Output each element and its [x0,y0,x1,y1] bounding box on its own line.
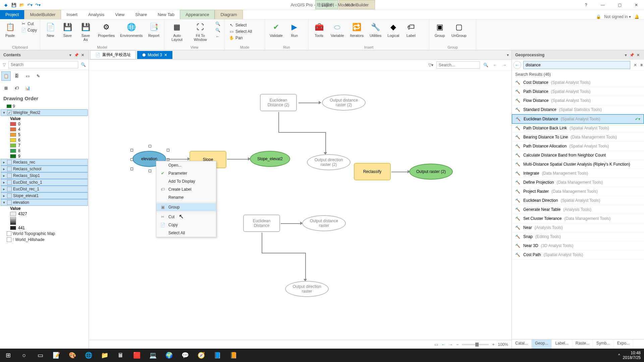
insert-tab[interactable]: Insert [61,10,83,19]
view-tab[interactable]: View [110,10,130,19]
taskbar-app[interactable]: 🖩 [113,349,129,362]
layer-row[interactable]: ▸EucDist_scho_1 [1,179,88,186]
utilities-button[interactable]: 🔧Utilities [368,21,383,38]
properties-button[interactable]: ⚙Properties [96,21,116,38]
taskbar-app[interactable]: 🎨 [64,349,80,362]
doc-tab-2[interactable]: ⬢Model 3✕ [137,51,172,59]
taskbar-app[interactable]: 📘 [209,349,225,362]
group-button[interactable]: ▣Group [432,21,447,38]
panel-close-icon[interactable]: ✕ [80,52,85,58]
redo-icon[interactable]: ↷▾ [35,2,41,8]
share-tab[interactable]: Share [130,10,152,19]
label-button[interactable]: 🏷Label [403,21,419,38]
menu-icon[interactable]: ≡ [640,63,643,67]
list-by-selection-button[interactable]: ▭ [23,71,32,81]
selectall-mode-button[interactable]: ▭Select All [227,28,262,35]
panel-pin-icon[interactable]: 📌 [629,52,635,58]
select-mode-button[interactable]: ↖Select [227,22,262,28]
logical-button[interactable]: ◆Logical [385,21,401,38]
diagram-tab[interactable]: Diagram [215,10,243,19]
search-button[interactable]: ○ [16,349,32,362]
undo-icon[interactable]: ↶▾ [27,2,33,8]
zoom-prev-button[interactable]: ← [214,34,222,40]
panel-menu-icon[interactable]: ▾ [68,52,73,58]
saveas-button[interactable]: 💾Save As [77,21,94,42]
panel-pin-icon[interactable]: 📌 [74,52,79,58]
node-reclassify[interactable]: Reclassify [354,163,391,180]
fitwindow-button[interactable]: ⛶Fit To Window [189,21,212,42]
ctx-create-label[interactable]: 🏷Create Label [156,185,216,193]
list-by-source-button[interactable]: 🗄 [12,71,21,81]
ctx-cut[interactable]: ✂Cut [156,213,216,221]
tool-result-item[interactable]: 🔨Euclidean Direction (Spatial Analyst To… [512,196,644,205]
paste-button[interactable]: 📋Paste [3,21,17,38]
ctx-add-to-display[interactable]: Add To Display [156,177,216,185]
panel-options-icon[interactable]: ▾ [623,52,629,58]
node-slope-elevat2[interactable]: Slope_elevat2 [250,151,290,167]
panel-close-icon[interactable]: ✕ [635,52,641,58]
tool-result-item[interactable]: 🔨Standard Distance (Spatial Statistics T… [512,105,644,114]
search-icon[interactable]: 🔍 [79,61,87,68]
zoom-out-button[interactable]: 🔍 [214,27,222,33]
save-icon[interactable]: 💾 [11,2,17,8]
tab-export[interactable]: Expo... [614,340,633,349]
modelbuilder-tab[interactable]: ModelBuilder [24,10,61,19]
new-tab[interactable]: New Tab [152,10,180,19]
save-button[interactable]: 💾Save [60,21,75,38]
node-output-direction[interactable]: Output direction raster [285,281,329,297]
nav-forward-icon[interactable]: → [449,342,453,347]
run-button[interactable]: ▶Run [287,21,302,38]
tool-result-item[interactable]: 🔨Path Distance Allocation (Spatial Analy… [512,142,644,151]
bell-icon[interactable]: 🔔 [634,14,639,19]
tabs-dropdown-icon[interactable]: ▾ [504,53,512,57]
tool-result-item[interactable]: 🔨Project Raster (Data Management Tools) [512,187,644,196]
tool-result-item[interactable]: 🔨Near 3D (3D Analyst Tools) [512,241,644,250]
list-by-labeling-button[interactable]: 🏷 [12,83,21,93]
nav-back-icon[interactable]: ← [441,342,445,347]
zoom-level[interactable]: 100% [498,342,508,347]
tool-result-item[interactable]: 🔨Snap (Editing Tools) [512,232,644,241]
ungroup-button[interactable]: ▢UnGroup [449,21,469,38]
geoprocessing-search-input[interactable] [523,61,630,69]
tool-result-item[interactable]: 🔨Define Projection (Data Management Tool… [512,178,644,187]
list-by-drawing-order-button[interactable]: 📋 [1,71,11,81]
tab-geoprocessing[interactable]: Geop... [532,340,552,349]
node-output-direction-2[interactable]: Output direction raster (2) [307,154,351,170]
canvas-search-input[interactable] [436,61,480,69]
back-icon[interactable]: ← [513,61,521,69]
tool-result-item[interactable]: 🔨Near (Analysis Tools) [512,223,644,232]
variable-button[interactable]: ⬭Variable [329,21,346,38]
contents-tree[interactable]: 9 ▾✓Weighte_Recl2 Value 0456789 ▸Reclass… [0,103,89,349]
filter-icon[interactable]: ▽▾ [427,61,434,69]
taskbar-app[interactable]: 📁 [97,349,113,362]
nav-forward-icon[interactable]: → [501,61,508,69]
taskview-button[interactable]: ▭ [32,349,48,362]
layer-row[interactable]: ▸Reclass_school [1,166,88,172]
taskbar-app[interactable]: 📝 [48,349,64,362]
analysis-tab[interactable]: Analysis [83,10,110,19]
start-button[interactable]: ⊞ [0,349,16,362]
autolayout-button[interactable]: ▦Auto Layout [167,21,187,42]
layer-row[interactable]: ▸EucDist_rec_1 [1,186,88,192]
layer-row[interactable]: ▸Slope_elevat1 [1,192,88,199]
tool-result-item[interactable]: 🔨Euclidean Distance (Spatial Analyst Too… [512,114,644,124]
close-icon[interactable]: ✕ [629,0,644,10]
ctx-select-all[interactable]: Select All [156,229,216,237]
minimize-icon[interactable]: — [595,0,610,10]
taskbar-app[interactable]: 🧭 [193,349,209,362]
cut-button[interactable]: ✂Cut [19,21,38,27]
tool-result-item[interactable]: 🔨Cost Distance (Spatial Analyst Tools) [512,78,644,87]
list-by-editing-button[interactable]: ✎ [34,71,43,81]
ctx-group[interactable]: ▣Group [156,203,216,211]
appearance-tab[interactable]: Appearance [180,10,215,19]
ctx-rename[interactable]: Rename [156,193,216,201]
filter-icon[interactable]: ▽ [1,61,7,68]
tools-button[interactable]: 🧰Tools [311,21,327,38]
open-icon[interactable]: 📂 [19,2,25,8]
tab-catalog[interactable]: Catal... [512,340,532,349]
project-tab[interactable]: Project [0,10,24,19]
node-output-distance-2[interactable]: Output distance raster (2) [322,95,366,111]
layer-row[interactable]: ▸Reclass_Slop1 [1,172,88,179]
tool-result-item[interactable]: 🔨Cost Path (Spatial Analyst Tools) [512,250,644,259]
taskbar-app[interactable]: 📙 [225,349,241,362]
